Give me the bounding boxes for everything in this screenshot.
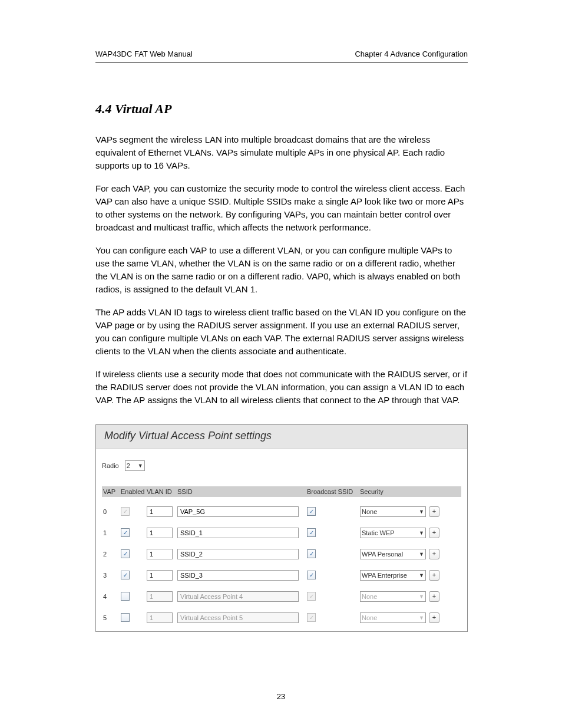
- security-value: None: [362, 508, 377, 515]
- header-left: WAP43DC FAT Web Manual: [95, 50, 193, 58]
- vap-index: 5: [102, 614, 121, 621]
- security-select: None▼: [360, 612, 426, 623]
- vap-index: 1: [102, 529, 121, 536]
- security-value: WPA Personal: [362, 551, 403, 558]
- broadcast-checkbox[interactable]: ✓: [307, 528, 316, 537]
- table-row: 4✓None▼+: [102, 590, 461, 603]
- table-row: 5✓None▼+: [102, 611, 461, 624]
- table-row: 1✓✓Static WEP▼+: [102, 526, 461, 539]
- para-2: For each VAP, you can customize the secu…: [95, 182, 468, 233]
- section-title: 4.4 Virtual AP: [95, 101, 468, 117]
- chevron-down-icon: ▼: [419, 594, 424, 599]
- vlan-id-input: [147, 591, 173, 602]
- table-row: 3✓✓WPA Enterprise▼+: [102, 569, 461, 582]
- vlan-id-input: [147, 612, 173, 623]
- expand-button[interactable]: +: [429, 570, 439, 581]
- expand-button[interactable]: +: [429, 612, 439, 623]
- col-security: Security: [360, 488, 426, 495]
- vap-index: 2: [102, 551, 121, 558]
- enabled-checkbox[interactable]: ✓: [121, 549, 130, 558]
- vap-index: 3: [102, 572, 121, 579]
- header-right: Chapter 4 Advance Configuration: [355, 50, 468, 58]
- chevron-down-icon: ▼: [138, 463, 143, 469]
- col-ssid: SSID: [177, 488, 303, 495]
- security-value: None: [362, 614, 377, 621]
- ssid-input: [177, 591, 299, 602]
- expand-button[interactable]: +: [429, 506, 439, 517]
- para-1: VAPs segment the wireless LAN into multi…: [95, 133, 468, 172]
- security-value: WPA Enterprise: [362, 572, 407, 579]
- broadcast-checkbox: ✓: [307, 613, 316, 622]
- chevron-down-icon: ▼: [419, 572, 424, 578]
- col-enabled: Enabled: [121, 488, 147, 495]
- expand-button[interactable]: +: [429, 528, 439, 538]
- ssid-input: [177, 612, 299, 623]
- table-header: VAP Enabled VLAN ID SSID Broadcast SSID …: [102, 486, 461, 497]
- security-value: Static WEP: [362, 529, 395, 536]
- vap-settings-screenshot: Modify Virtual Access Point settings Rad…: [95, 424, 468, 632]
- radio-label: Radio: [102, 462, 119, 469]
- vap-index: 0: [102, 508, 121, 515]
- table-row: 2✓✓WPA Personal▼+: [102, 548, 461, 561]
- enabled-checkbox: ✓: [121, 507, 130, 516]
- vlan-id-input[interactable]: [147, 528, 173, 538]
- enabled-checkbox[interactable]: [121, 613, 130, 622]
- security-value: None: [362, 593, 377, 600]
- vap-index: 4: [102, 593, 121, 600]
- enabled-checkbox[interactable]: ✓: [121, 571, 130, 579]
- chevron-down-icon: ▼: [419, 530, 424, 536]
- broadcast-checkbox[interactable]: ✓: [307, 507, 316, 516]
- ssid-input[interactable]: [177, 549, 299, 559]
- para-3: You can configure each VAP to use a diff…: [95, 244, 468, 295]
- expand-button[interactable]: +: [429, 591, 439, 602]
- chevron-down-icon: ▼: [419, 551, 424, 557]
- enabled-checkbox[interactable]: ✓: [121, 528, 130, 537]
- ssid-input[interactable]: [177, 570, 299, 581]
- para-5: If wireless clients use a security mode …: [95, 368, 468, 406]
- chevron-down-icon: ▼: [419, 509, 424, 515]
- para-4: The AP adds VLAN ID tags to wireless cli…: [95, 306, 468, 357]
- vlan-id-input[interactable]: [147, 549, 173, 559]
- security-select[interactable]: WPA Enterprise▼: [360, 570, 426, 581]
- body-text: VAPs segment the wireless LAN into multi…: [95, 133, 468, 407]
- broadcast-checkbox: ✓: [307, 592, 316, 601]
- broadcast-checkbox[interactable]: ✓: [307, 549, 316, 558]
- col-vap: VAP: [102, 488, 121, 495]
- ssid-input[interactable]: [177, 506, 299, 517]
- security-select[interactable]: Static WEP▼: [360, 528, 426, 538]
- screenshot-title: Modify Virtual Access Point settings: [96, 425, 467, 449]
- page-number: 23: [0, 692, 562, 701]
- security-select: None▼: [360, 591, 426, 602]
- col-bcast: Broadcast SSID: [303, 488, 360, 495]
- security-select[interactable]: None▼: [360, 506, 426, 517]
- radio-select[interactable]: 2 ▼: [125, 460, 145, 471]
- chevron-down-icon: ▼: [419, 615, 424, 621]
- vlan-id-input[interactable]: [147, 570, 173, 581]
- vlan-id-input[interactable]: [147, 506, 173, 517]
- table-row: 0✓✓None▼+: [102, 505, 461, 518]
- broadcast-checkbox[interactable]: ✓: [307, 571, 316, 579]
- col-vlan: VLAN ID: [147, 488, 177, 495]
- ssid-input[interactable]: [177, 528, 299, 538]
- security-select[interactable]: WPA Personal▼: [360, 549, 426, 559]
- expand-button[interactable]: +: [429, 549, 439, 559]
- radio-select-value: 2: [127, 462, 130, 469]
- enabled-checkbox[interactable]: [121, 592, 130, 601]
